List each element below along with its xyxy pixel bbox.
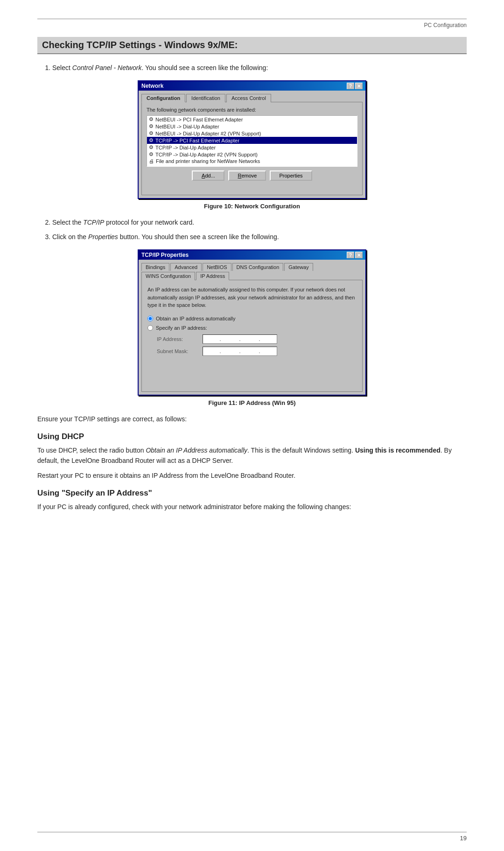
subnet-mask-input[interactable]: . . . [203,347,277,356]
step2-italic: TCP/IP [83,219,104,226]
titlebar-buttons: ? ✕ [347,83,363,89]
dhcp-para1-before: To use DHCP, select the radio button [37,447,146,454]
figure10-container: Network ? ✕ Configuration Identification… [131,80,373,210]
tcpip-tabs: Bindings Advanced NetBIOS DNS Configurat… [141,262,363,280]
network-label: The following network components are ins… [147,107,357,113]
close-button[interactable]: ✕ [355,83,363,89]
step1-italic: Control Panel - Network [72,64,142,71]
ensure-text: Ensure your TCP/IP settings are correct,… [37,414,467,424]
tcpip-dialog: TCP/IP Properties ? ✕ Bindings Advanced … [138,249,366,396]
add-button[interactable]: Add... [192,170,224,181]
tcpip-description: An IP address can be automatically assig… [147,286,357,309]
radio-auto-label: Obtain an IP address automatically [156,316,235,321]
tcpip-close-button[interactable]: ✕ [355,252,363,258]
figure10-caption: Figure 10: Network Configuration [204,203,300,210]
network-titlebar: Network ? ✕ [139,81,365,91]
step1: Select Control Panel - Network. You shou… [52,63,467,73]
ip-address-row: IP Address: . . . [157,334,357,344]
using-dhcp-title: Using DHCP [37,432,467,441]
dhcp-para2: Restart your PC to ensure it obtains an … [37,470,467,481]
tab-dns-configuration[interactable]: DNS Configuration [232,263,284,271]
using-specify-title: Using "Specify an IP Address" [37,489,467,498]
list-item: 🖨 File and printer sharing for NetWare N… [147,158,357,164]
figure11-caption: Figure 11: IP Address (Win 95) [209,399,296,406]
list-icon: ⚙ [149,137,154,143]
dhcp-para1-italic: Obtain an IP Address automatically [146,447,247,454]
help-button[interactable]: ? [347,83,354,89]
radio-specify[interactable] [147,325,153,331]
list-icon: ⚙ [149,130,154,136]
ip-address-input[interactable]: . . . [203,334,277,344]
main-title: Checking TCP/IP Settings - Windows 9x/ME… [37,37,467,54]
step2-before: Select the [52,219,83,226]
list-item: ⚙ NetBEUI -> PCI Fast Ethernet Adapter [147,116,357,123]
list-icon: ⚙ [149,151,154,157]
subnet-mask-label: Subnet Mask: [157,348,199,354]
step3: Click on the Properties button. You shou… [52,232,467,242]
dhcp-para1-after: . This is the default Windows setting. [247,447,355,454]
tab-netbios[interactable]: NetBIOS [203,263,231,271]
step3-before: Click on the [52,233,88,241]
tab-ip-address[interactable]: IP Address [196,272,229,280]
step2: Select the TCP/IP protocol for your netw… [52,217,467,227]
step1-text-before: Select [52,64,72,71]
tab-access-control[interactable]: Access Control [226,94,271,102]
tab-bindings[interactable]: Bindings [141,263,169,271]
list-item: ⚙ TCP/IP -> Dial-Up Adapter #2 (VPN Supp… [147,151,357,158]
tab-advanced[interactable]: Advanced [170,263,202,271]
network-list[interactable]: ⚙ NetBEUI -> PCI Fast Ethernet Adapter ⚙… [147,115,357,167]
list-icon: ⚙ [149,123,154,129]
tab-configuration[interactable]: Configuration [141,94,185,102]
page-number: 19 [460,835,467,842]
network-dialog: Network ? ✕ Configuration Identification… [138,80,366,199]
step3-after: button. You should then see a screen lik… [118,233,279,241]
step3-italic: Properties [88,233,118,241]
list-item: ⚙ NetBEUI -> Dial-Up Adapter #2 (VPN Sup… [147,130,357,137]
network-tabs: Configuration Identification Access Cont… [141,93,363,102]
dhcp-para1-bold: Using this is recommended [355,447,441,454]
step2-after: protocol for your network card. [104,219,194,226]
network-content: The following network components are ins… [141,102,363,195]
tcpip-content: An IP address can be automatically assig… [141,280,363,392]
network-dialog-title: Network [141,83,163,89]
tcpip-titlebar-buttons: ? ✕ [347,252,363,258]
tcpip-titlebar: TCP/IP Properties ? ✕ [139,250,365,260]
tcpip-dialog-title: TCP/IP Properties [141,252,189,258]
tcpip-help-button[interactable]: ? [347,252,354,258]
properties-button[interactable]: Properties [270,170,312,181]
tab-gateway[interactable]: Gateway [284,263,313,271]
tab-identification[interactable]: Identification [186,94,225,102]
header-section: PC Configuration [37,22,467,28]
list-item-selected[interactable]: ⚙ TCP/IP -> PCI Fast Ethernet Adapter [147,137,357,144]
radio-auto-row: Obtain an IP address automatically [147,316,357,321]
figure11-container: TCP/IP Properties ? ✕ Bindings Advanced … [131,249,373,406]
list-icon: ⚙ [149,144,154,150]
specify-para1: If your PC is already configured, check … [37,502,467,512]
list-icon: 🖨 [149,158,154,164]
tab-wins-configuration[interactable]: WINS Configuration [141,272,195,280]
radio-auto[interactable] [147,316,153,321]
list-icon: ⚙ [149,116,154,122]
ip-address-label: IP Address: [157,336,199,342]
radio-specify-label: Specify an IP address: [156,325,207,331]
radio-specify-row: Specify an IP address: [147,325,357,331]
step1-text-after: . You should see a screen like the follo… [141,64,268,71]
list-item: ⚙ NetBEUI -> Dial-Up Adapter [147,123,357,130]
list-item: ⚙ TCP/IP -> Dial-Up Adapter [147,144,357,151]
remove-button[interactable]: Remove [228,170,266,181]
subnet-mask-row: Subnet Mask: . . . [157,347,357,356]
network-buttons: Add... Remove Properties [147,170,357,181]
dhcp-para1: To use DHCP, select the radio button Obt… [37,445,467,466]
